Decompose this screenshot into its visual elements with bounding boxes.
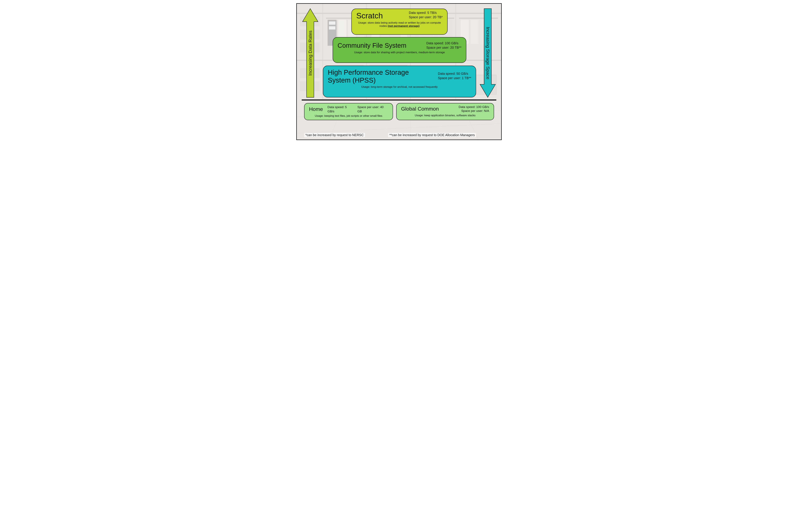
home-space: Space per user: 40 GB [358,105,388,113]
arrow-right-label: Increasing Storage Space [485,27,490,79]
svg-rect-20 [329,26,335,30]
cfs-title: Community File System [338,42,406,49]
home-title: Home [309,106,323,112]
cfs-usage: Usage: store data for sharing with proje… [338,51,461,54]
arrow-increasing-data-rates: Increasing Data Rates [303,8,318,97]
gcommon-usage: Usage: keep application binaries, softwa… [401,114,489,117]
hpss-stats: Data speed: 50 GB/s Space per user: 1 TB… [438,72,471,80]
svg-rect-19 [329,21,335,24]
cfs-speed: Data speed: 100 GB/s [427,41,461,45]
gcommon-title: Global Common [401,106,439,112]
tier-scratch: Scratch Data speed: 5 TB/s Space per use… [351,8,448,35]
scratch-usage-emphasis: (not permanent storage) [388,24,420,27]
hpss-space: Space per user: 1 TB** [438,76,471,80]
hpss-title: High Performance Storage System (HPSS) [328,69,419,84]
cfs-space: Space per user: 20 TB** [427,45,461,50]
arrow-left-label: Increasing Data Rates [308,31,313,76]
home-usage: Usage: keeping text files, job scripts o… [309,114,388,118]
tier-community-file-system: Community File System Data speed: 100 GB… [333,37,466,63]
tier-home: Home Data speed: 5 GB/s Space per user: … [304,103,393,120]
gcommon-speed: Data speed: 100 GB/s [459,105,489,109]
footnote-single-asterisk: *can be increased by request to NERSC [304,133,365,137]
hpss-speed: Data speed: 50 GB/s [438,72,471,76]
scratch-stats: Data speed: 5 TB/s Space per user: 20 TB… [409,11,443,19]
scratch-space: Space per user: 20 TB* [409,15,443,19]
horizontal-divider [302,99,496,100]
scratch-speed: Data speed: 5 TB/s [409,11,443,15]
home-speed: Data speed: 5 GB/s [327,105,354,113]
diagram-frame: Increasing Data Rates Increasing Storage… [296,3,502,140]
svg-rect-37 [470,20,478,44]
scratch-usage: Usage: store data being actively read or… [356,21,443,28]
arrow-increasing-storage-space: Increasing Storage Space [480,8,495,97]
gcommon-stats: Data speed: 100 GB/s Space per user: N/A [459,105,489,113]
home-stats: Data speed: 5 GB/s Space per user: 40 GB [327,105,388,113]
tier-global-common: Global Common Data speed: 100 GB/s Space… [396,103,494,120]
footnote-double-asterisk: **can be increased by request to DOE All… [388,133,476,137]
cfs-stats: Data speed: 100 GB/s Space per user: 20 … [427,41,461,50]
hpss-usage: Usage: long-term storage for archival, n… [328,85,471,89]
tier-hpss: High Performance Storage System (HPSS) D… [323,65,476,97]
gcommon-space: Space per user: N/A [459,109,489,113]
scratch-title: Scratch [356,11,383,20]
